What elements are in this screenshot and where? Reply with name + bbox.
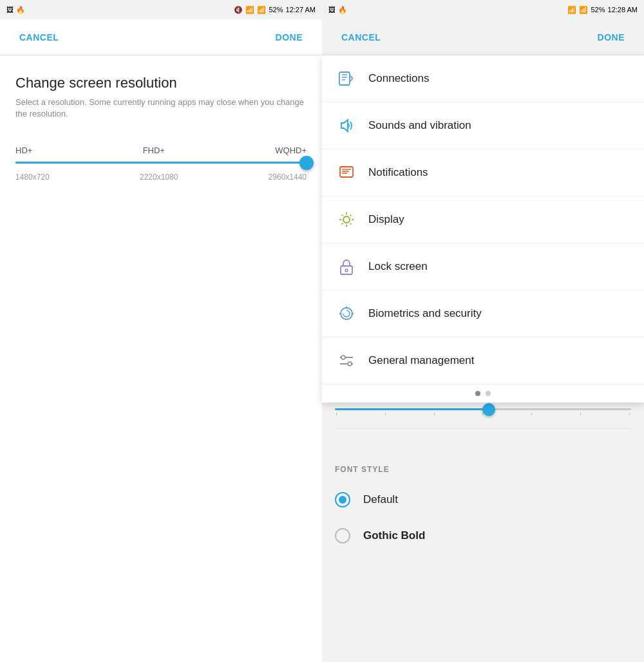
lock-screen-icon	[335, 255, 358, 278]
radio-default[interactable]	[335, 492, 350, 507]
slider-thumb[interactable]	[299, 156, 314, 170]
svg-line-13	[342, 215, 343, 216]
tick-7	[629, 413, 630, 415]
res-label-fhd: FHD+	[143, 146, 165, 155]
right-panel: CANCEL DONE Connections	[322, 19, 644, 662]
svg-point-8	[343, 216, 350, 223]
svg-line-14	[350, 223, 352, 225]
font-size-slider[interactable]	[335, 408, 631, 410]
settings-item-sounds[interactable]: Sounds and vibration	[322, 102, 644, 149]
radio-gothic[interactable]	[335, 528, 350, 544]
battery-right: 52%	[591, 6, 605, 14]
settings-item-general[interactable]: General management	[322, 337, 644, 384]
left-action-bar: CANCEL DONE	[0, 19, 322, 55]
status-bar-right: 🖼 🔥 📶 📶 52% 12:28 AM	[322, 0, 644, 19]
font-thumb[interactable]	[482, 403, 495, 416]
res-label-wqhd: WQHD+	[275, 146, 307, 155]
biometrics-label: Biometrics and security	[368, 307, 482, 320]
flame-icon-r: 🔥	[338, 6, 347, 14]
wifi-icon-r: 📶	[567, 6, 576, 14]
font-style-item-default[interactable]: Default	[335, 482, 631, 518]
font-default-label: Default	[363, 493, 398, 506]
left-cancel-button[interactable]: CANCEL	[19, 32, 59, 43]
flame-icon: 🔥	[16, 6, 25, 14]
left-status-icons: 🖼 🔥	[6, 6, 25, 14]
mute-icon: 🔇	[234, 6, 243, 14]
svg-point-23	[341, 355, 345, 359]
right-left-icons: 🖼 🔥	[328, 6, 347, 14]
tick-6	[580, 413, 581, 415]
right-done-button[interactable]: DONE	[598, 32, 625, 43]
wifi-icon: 📶	[245, 6, 254, 14]
settings-item-connections[interactable]: Connections	[322, 55, 644, 102]
status-bars: 🖼 🔥 🔇 📶 📶 52% 12:27 AM 🖼 🔥 📶 📶 52% 12:28…	[0, 0, 644, 19]
slider-fill	[15, 162, 307, 164]
left-done-button[interactable]: DONE	[276, 32, 303, 43]
tick-marks	[335, 413, 631, 415]
notifications-label: Notifications	[368, 166, 428, 179]
font-style-section: FONT STYLE Default Gothic Bold	[335, 442, 631, 554]
svg-line-16	[342, 223, 343, 225]
connections-icon	[335, 67, 358, 90]
sounds-label: Sounds and vibration	[368, 119, 471, 132]
connections-label: Connections	[368, 72, 430, 85]
biometrics-icon	[335, 302, 358, 325]
slider-track	[15, 162, 307, 164]
svg-rect-4	[340, 167, 353, 177]
svg-line-15	[350, 215, 352, 216]
dots-indicator	[322, 384, 644, 402]
battery-left: 52%	[269, 6, 283, 14]
settings-item-biometrics[interactable]: Biometrics and security	[322, 290, 644, 337]
svg-point-25	[348, 362, 352, 366]
font-style-item-gothic[interactable]: Gothic Bold	[335, 518, 631, 554]
resolution-labels: HD+ FHD+ WQHD+	[15, 146, 307, 155]
dot-2	[486, 391, 491, 396]
res-value-fhd: 2220x1080	[140, 173, 178, 182]
signal-icon: 📶	[257, 6, 266, 14]
notifications-icon	[335, 161, 358, 184]
resolution-content: Change screen resolution Select a resolu…	[0, 55, 322, 662]
lockscreen-label: Lock screen	[368, 260, 428, 273]
svg-rect-0	[339, 72, 350, 85]
tick-1	[336, 413, 337, 415]
resolution-values: 1480x720 2220x1080 2960x1440	[15, 173, 307, 182]
general-icon	[335, 349, 358, 372]
res-value-hd: 1480x720	[15, 173, 50, 182]
tick-5	[531, 413, 532, 415]
settings-item-display[interactable]: Display	[322, 196, 644, 243]
font-fill	[335, 408, 489, 410]
settings-item-notifications[interactable]: Notifications	[322, 149, 644, 196]
time-right: 12:28 AM	[608, 6, 638, 14]
settings-dropdown: Connections Sounds and vibration	[322, 55, 644, 402]
tick-2	[385, 413, 386, 415]
resolution-slider[interactable]	[15, 162, 307, 164]
display-icon	[335, 208, 358, 231]
right-right-icons: 📶 📶 52% 12:28 AM	[567, 6, 638, 14]
sounds-icon	[335, 114, 358, 137]
res-value-wqhd: 2960x1440	[269, 173, 307, 182]
display-label: Display	[368, 213, 404, 226]
left-right-icons: 🔇 📶 📶 52% 12:27 AM	[234, 6, 316, 14]
main-content: CANCEL DONE Change screen resolution Sel…	[0, 19, 644, 662]
res-label-hd: HD+	[15, 146, 32, 155]
left-panel: CANCEL DONE Change screen resolution Sel…	[0, 19, 322, 662]
photo-icon-r: 🖼	[328, 6, 336, 14]
tick-3	[434, 413, 435, 415]
right-action-bar: CANCEL DONE	[322, 19, 644, 55]
signal-icon-r: 📶	[579, 6, 588, 14]
resolution-desc: Select a resolution. Some currently runn…	[15, 97, 307, 120]
resolution-title: Change screen resolution	[15, 75, 307, 91]
status-bar-left: 🖼 🔥 🔇 📶 📶 52% 12:27 AM	[0, 0, 322, 19]
font-style-header: FONT STYLE	[335, 452, 631, 482]
settings-item-lockscreen[interactable]: Lock screen	[322, 243, 644, 290]
dot-1	[475, 391, 480, 396]
svg-point-18	[345, 269, 348, 272]
svg-rect-17	[341, 266, 352, 274]
time-left: 12:27 AM	[286, 6, 316, 14]
font-gothic-label: Gothic Bold	[363, 529, 425, 542]
right-cancel-button[interactable]: CANCEL	[341, 32, 381, 43]
photo-icon: 🖼	[6, 6, 14, 14]
general-label: General management	[368, 354, 474, 367]
